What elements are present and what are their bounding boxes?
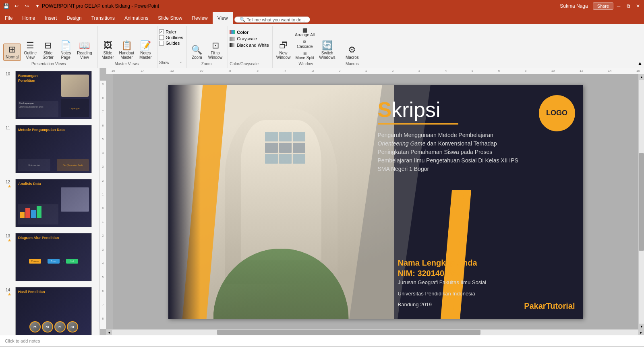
customize-quick-btn[interactable]: ▾: [33, 2, 42, 10]
restore-btn[interactable]: ⧉: [624, 2, 633, 10]
arrange-all-button[interactable]: ⬛ Arrange All: [293, 27, 316, 38]
search-icon: 🔍: [240, 17, 245, 22]
horizontal-scrollbar[interactable]: ◄ ►: [106, 329, 644, 335]
gridlines-label: Gridlines: [166, 35, 183, 40]
color-grayscale-label: Color/Grayscale: [230, 61, 259, 68]
ribbon-group-macros: ⚙ Macros Macros: [341, 26, 365, 68]
dark-overlay-left: [168, 85, 201, 319]
tab-animations[interactable]: Animations: [120, 12, 153, 24]
title-underline: [378, 123, 458, 125]
tab-home[interactable]: Home: [17, 12, 40, 24]
tab-transitions[interactable]: Transitions: [87, 12, 120, 24]
tab-review[interactable]: Review: [187, 12, 212, 24]
notes-master-button[interactable]: 📝 NotesMaster: [137, 40, 154, 61]
normal-view-button[interactable]: ⊞ Normal: [3, 44, 21, 61]
ribbon-group-master-views: 🖼 SlideMaster 📋 HandoutMaster 📝 NotesMas…: [98, 26, 158, 68]
ruler-label: Ruler: [166, 29, 176, 34]
horizontal-ruler: -16-14-12-10-8-6-4-20123456810121416: [106, 68, 644, 74]
master-views-label: Master Views: [114, 61, 139, 68]
color-option[interactable]: Color: [230, 29, 269, 35]
master-views-buttons: 🖼 SlideMaster 📋 HandoutMaster 📝 NotesMas…: [99, 26, 154, 61]
notes-placeholder: Click to add notes: [5, 339, 40, 343]
main-area: 10 Rancangan Penelitian Pro Lapangan Lor…: [0, 68, 644, 335]
cascade-icon: ⧉: [303, 39, 306, 44]
window-title: POWERPOINT pro GELAP untuk Sidang - Powe…: [42, 3, 159, 9]
share-button[interactable]: Share: [593, 2, 613, 10]
ruler-checkbox[interactable]: ✓ Ruler: [159, 29, 183, 35]
bw-swatch: [230, 43, 235, 47]
slide-img-13: Diagram Alur Penelitian Persiapan → Pros…: [15, 233, 92, 281]
guides-checkmark: [159, 41, 164, 46]
slide-right-content: LOGO Skripsi Pengaruh Menggunaan Metode …: [378, 95, 575, 173]
main-slide[interactable]: LOGO Skripsi Pengaruh Menggunaan Metode …: [168, 85, 583, 319]
macros-button[interactable]: ⚙ Macros: [344, 44, 361, 61]
cascade-button[interactable]: ⧉ Cascade: [293, 39, 316, 50]
tab-file[interactable]: File: [0, 12, 17, 24]
move-split-button[interactable]: ⊞ Move Split: [293, 50, 316, 61]
slide-num-11: 11: [6, 125, 13, 130]
slide-img-14: Hasil Penelitian 75 58 79 88: [15, 287, 92, 335]
notes-area[interactable]: Click to add notes: [0, 335, 644, 346]
grayscale-option[interactable]: Grayscale: [230, 35, 269, 42]
macros-icon: ⚙: [348, 46, 356, 54]
reading-view-button[interactable]: 📖 ReadingView: [75, 40, 94, 61]
ribbon-expand-btn[interactable]: ▲: [636, 59, 644, 68]
notes-master-icon: 📝: [140, 41, 151, 50]
slide-num-14: 14: [6, 287, 13, 292]
new-window-button[interactable]: 🗗 NewWindow: [274, 40, 293, 61]
gridlines-checkbox[interactable]: Gridlines: [159, 35, 183, 40]
bw-option[interactable]: Black and White: [230, 42, 269, 48]
redo-quick-btn[interactable]: ↪: [23, 2, 31, 10]
brand-pakar: Pakar: [524, 301, 546, 310]
slide-thumb-10[interactable]: 10 Rancangan Penelitian Pro Lapangan Lor…: [2, 69, 98, 122]
notes-page-button[interactable]: 📄 NotesPage: [57, 40, 74, 61]
scroll-thumb-h[interactable]: [217, 330, 480, 335]
slide-sorter-button[interactable]: ⊟ SlideSorter: [39, 40, 56, 61]
scroll-track-v[interactable]: [639, 80, 644, 324]
slide-thumb-12[interactable]: 12 ★ Analisis Data: [2, 177, 98, 230]
undo-quick-btn[interactable]: ↩: [12, 2, 21, 10]
switch-icon: 🔄: [322, 41, 333, 50]
show-expand-btn[interactable]: ⌄: [178, 59, 183, 64]
vertical-scrollbar[interactable]: ▲ ▼: [638, 74, 644, 329]
scroll-track-h[interactable]: [112, 330, 638, 335]
slide-thumb-11[interactable]: 11 Metode Pengumpulan Data Dokumentasi T…: [2, 123, 98, 176]
minimize-btn[interactable]: ─: [614, 2, 623, 10]
scroll-left-btn[interactable]: ◄: [106, 330, 112, 335]
user-name: Sukma Naga: [556, 2, 592, 10]
gridlines-checkmark: [159, 35, 164, 40]
slide-thumb-13[interactable]: 13 ★ Diagram Alur Penelitian Persiapan →…: [2, 231, 98, 284]
ribbon-group-zoom: 🔍 Zoom ⊡ Fit toWindow Zoom: [187, 26, 228, 68]
slide-master-button[interactable]: 🖼 SlideMaster: [99, 40, 116, 61]
quick-access-toolbar: 💾 ↩ ↪ ▾: [2, 2, 42, 10]
guides-checkbox[interactable]: Guides: [159, 40, 183, 46]
handout-master-button[interactable]: 📋 HandoutMaster: [117, 40, 137, 61]
outline-view-button[interactable]: ☰ OutlineView: [22, 40, 39, 61]
show-label: Show ⌄: [159, 58, 183, 68]
tab-slideshow[interactable]: Slide Show: [153, 12, 187, 24]
window-buttons: 🗗 NewWindow ⬛ Arrange All ⧉ Cascade ⊞ Mo…: [274, 26, 338, 61]
slide-canvas[interactable]: LOGO Skripsi Pengaruh Menggunaan Metode …: [113, 74, 638, 329]
institution-3: Bandung 2019: [398, 301, 487, 309]
tab-view[interactable]: View: [213, 12, 233, 24]
zoom-button[interactable]: 🔍 Zoom: [188, 44, 205, 61]
scroll-up-btn[interactable]: ▲: [639, 74, 644, 80]
ruler-checkmark: ✓: [159, 29, 164, 34]
scroll-right-btn[interactable]: ►: [638, 330, 644, 335]
slide-num-10: 10: [6, 71, 13, 76]
fit-window-button[interactable]: ⊡ Fit toWindow: [206, 40, 225, 61]
brand-tutorial: Tutorial: [546, 301, 575, 310]
close-btn[interactable]: ✕: [634, 2, 642, 10]
tell-me-input[interactable]: 🔍 Tell me what you want to do...: [234, 17, 311, 23]
scroll-down-btn[interactable]: ▼: [639, 324, 644, 329]
tab-design[interactable]: Design: [62, 12, 86, 24]
tab-insert[interactable]: Insert: [40, 12, 62, 24]
save-quick-btn[interactable]: 💾: [2, 2, 10, 10]
scroll-thumb-v[interactable]: [639, 153, 644, 251]
slide-14-star: ★: [8, 292, 11, 297]
slide-num-13: 13: [6, 233, 13, 238]
switch-windows-button[interactable]: 🔄 SwitchWindows: [317, 40, 338, 61]
macros-label: Macros: [346, 61, 359, 68]
slide-thumb-14[interactable]: 14 ★ Hasil Penelitian 75 58 79 88: [2, 285, 98, 335]
logo-circle: LOGO: [539, 95, 575, 131]
